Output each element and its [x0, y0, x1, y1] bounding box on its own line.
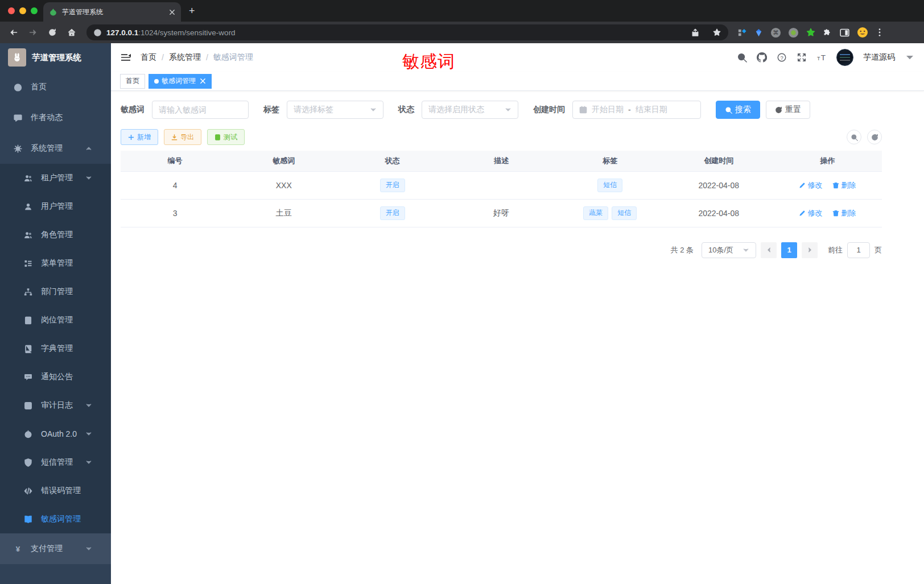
- sidebar-item-sms[interactable]: 短信管理: [0, 448, 111, 477]
- sidebar-item-user[interactable]: 用户管理: [0, 192, 111, 221]
- sidebar-logo[interactable]: 芋道管理系统: [0, 43, 111, 72]
- browser-tab[interactable]: 芋道管理系统: [43, 2, 181, 22]
- extension-cmd-icon[interactable]: ⌘: [770, 27, 781, 38]
- download-icon: [171, 134, 178, 140]
- chat-dots-icon: [23, 373, 33, 382]
- export-button-label: 导出: [180, 132, 194, 142]
- fullscreen-icon[interactable]: [797, 52, 807, 63]
- status-select[interactable]: 请选择启用状态: [422, 101, 518, 119]
- address-bar[interactable]: 127.0.0.1:1024/system/sensitive-word: [86, 24, 728, 40]
- url-path: :1024/system/sensitive-word: [138, 28, 235, 37]
- goto-label: 前往: [828, 245, 843, 255]
- extension-gem-icon[interactable]: [754, 28, 764, 38]
- tag-badge: 蔬菜: [583, 206, 608, 220]
- delete-link[interactable]: 删除: [832, 208, 856, 218]
- share-icon[interactable]: [691, 28, 700, 37]
- search-button-label: 搜索: [735, 105, 751, 115]
- caret-down-icon[interactable]: [905, 52, 915, 63]
- home-icon[interactable]: [64, 24, 80, 40]
- sidebar-item-system[interactable]: 系统管理: [0, 133, 111, 164]
- user-avatar[interactable]: [836, 49, 853, 66]
- goto-page-input[interactable]: [848, 246, 869, 254]
- username[interactable]: 芋道源码: [863, 52, 895, 63]
- minimize-window-button[interactable]: [19, 7, 26, 14]
- search-icon[interactable]: [737, 52, 747, 63]
- sidebar-item-label: 用户管理: [41, 201, 102, 212]
- sidebar-item-post[interactable]: 岗位管理: [0, 306, 111, 334]
- tag-home[interactable]: 首页: [120, 74, 145, 89]
- new-tab-button[interactable]: +: [189, 5, 195, 17]
- sidebar-item-tenant[interactable]: 租户管理: [0, 164, 111, 192]
- search-button[interactable]: 搜索: [716, 101, 760, 119]
- zoom-window-button[interactable]: [31, 7, 38, 14]
- col-actions: 操作: [773, 151, 882, 171]
- side-panel-icon[interactable]: [839, 27, 850, 38]
- tag-close-icon[interactable]: [200, 78, 206, 84]
- sidebar-item-error-code[interactable]: 错误码管理: [0, 477, 111, 505]
- browser-menu-icon[interactable]: [875, 28, 884, 37]
- font-size-icon[interactable]: TT: [816, 52, 827, 63]
- sidebar-item-author-news[interactable]: 作者动态: [0, 102, 111, 133]
- sidebar-item-payment[interactable]: ¥ 支付管理: [0, 533, 111, 564]
- close-window-button[interactable]: [8, 7, 15, 14]
- tag-select[interactable]: 请选择标签: [287, 101, 383, 119]
- chevron-down-icon: [370, 106, 377, 113]
- chevron-down-icon: [505, 106, 512, 113]
- col-id: 编号: [121, 151, 229, 171]
- breadcrumb-home[interactable]: 首页: [141, 52, 156, 63]
- sidebar-item-oauth[interactable]: OAuth 2.0: [0, 420, 111, 448]
- extensions-puzzle-icon[interactable]: [823, 28, 832, 38]
- book-icon: [23, 345, 33, 353]
- sidebar-item-role[interactable]: 角色管理: [0, 221, 111, 249]
- sidebar-item-menu[interactable]: 菜单管理: [0, 249, 111, 277]
- edit-label: 修改: [807, 180, 822, 190]
- sidebar-item-home[interactable]: 首页: [0, 72, 111, 102]
- edit-link[interactable]: 修改: [799, 208, 822, 218]
- tab-close-icon[interactable]: [169, 9, 175, 15]
- tag-sensitive-word[interactable]: 敏感词管理: [148, 74, 212, 89]
- filter-date: 创建时间 开始日期 - 结束日期: [533, 101, 701, 119]
- edit-link[interactable]: 修改: [799, 180, 822, 190]
- refresh-table-icon[interactable]: [867, 130, 882, 144]
- extension-grid-icon[interactable]: [737, 28, 747, 38]
- add-button[interactable]: 新增: [121, 129, 158, 145]
- search-toggle-icon[interactable]: [847, 130, 861, 144]
- status-badge: 开启: [380, 206, 405, 220]
- chevron-down-icon: [84, 430, 94, 437]
- window-controls[interactable]: [8, 7, 38, 14]
- page-number-button[interactable]: 1: [781, 242, 797, 258]
- sidebar-item-sensitive-word[interactable]: 敏感词管理: [0, 505, 111, 533]
- date-range-picker[interactable]: 开始日期 - 结束日期: [572, 101, 701, 119]
- data-table: 编号 敏感词 状态 描述 标签 创建时间 操作 4 XXX 开启: [121, 151, 882, 227]
- page-size-select[interactable]: 10条/页: [702, 242, 756, 258]
- bookmark-star-icon[interactable]: [712, 28, 721, 37]
- sidebar-item-audit-log[interactable]: 审计日志: [0, 391, 111, 420]
- sidebar-item-notice[interactable]: 通知公告: [0, 363, 111, 391]
- delete-link[interactable]: 删除: [832, 180, 856, 190]
- next-page-icon[interactable]: [802, 242, 818, 258]
- breadcrumb-system[interactable]: 系统管理: [169, 52, 201, 63]
- filter-status: 状态 请选择启用状态: [398, 101, 518, 119]
- keyword-input[interactable]: [159, 105, 242, 114]
- profile-avatar-icon[interactable]: [857, 27, 868, 38]
- sidebar-item-dept[interactable]: 部门管理: [0, 277, 111, 306]
- reload-icon[interactable]: [44, 24, 60, 40]
- pagination: 共 2 条 10条/页 1 前往 页: [121, 242, 882, 258]
- test-button[interactable]: 测试: [207, 129, 245, 145]
- app-title: 芋道管理系统: [32, 52, 81, 63]
- extension-star-icon[interactable]: [806, 27, 816, 38]
- forward-icon[interactable]: [25, 24, 41, 40]
- export-button[interactable]: 导出: [164, 129, 201, 145]
- tag-select-placeholder: 请选择标签: [294, 105, 366, 115]
- collapse-sidebar-icon[interactable]: [120, 52, 131, 63]
- dashboard-icon: [13, 83, 23, 92]
- extension-dot-icon[interactable]: [788, 27, 799, 38]
- log-icon: [23, 401, 33, 410]
- site-info-icon[interactable]: [93, 28, 102, 37]
- prev-page-icon[interactable]: [761, 242, 777, 258]
- back-icon[interactable]: [6, 24, 22, 40]
- sidebar-item-dict[interactable]: 字典管理: [0, 334, 111, 363]
- help-icon[interactable]: ?: [777, 52, 787, 63]
- github-icon[interactable]: [757, 52, 767, 63]
- reset-button[interactable]: 重置: [766, 101, 810, 119]
